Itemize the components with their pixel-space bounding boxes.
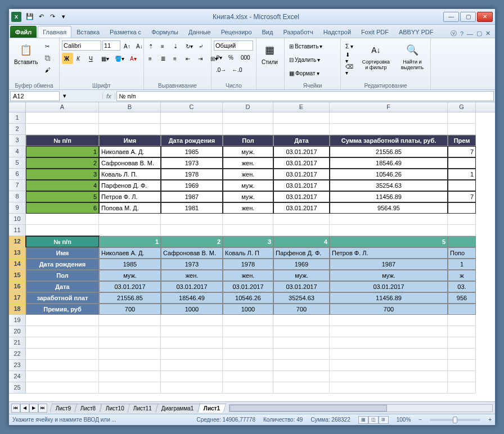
- row-header[interactable]: 2: [9, 124, 26, 135]
- fill-button[interactable]: ⬇ ▾: [343, 52, 356, 64]
- cell[interactable]: [330, 112, 448, 124]
- cell[interactable]: [273, 112, 330, 124]
- font-color-button[interactable]: A▾: [128, 53, 139, 64]
- zoom-in-button[interactable]: +: [488, 417, 492, 423]
- row-header[interactable]: 1: [9, 112, 26, 124]
- first-sheet-button[interactable]: ⏮: [11, 404, 20, 413]
- cell[interactable]: Дата рождения: [161, 135, 223, 146]
- cell[interactable]: 9564.95: [330, 202, 448, 214]
- cell[interactable]: жен.: [223, 202, 273, 214]
- cell[interactable]: [273, 214, 330, 225]
- cell[interactable]: [330, 337, 448, 349]
- format-cells-button[interactable]: ▦ Формат ▾: [287, 67, 322, 79]
- cell[interactable]: Парфенов Д. Ф.: [99, 180, 161, 191]
- cell[interactable]: [448, 112, 476, 124]
- cell[interactable]: Имя: [26, 247, 99, 259]
- cell[interactable]: 18546.49: [161, 292, 223, 304]
- zoom-out-button[interactable]: −: [418, 417, 422, 423]
- row-header[interactable]: 5: [9, 157, 26, 169]
- cell[interactable]: [26, 214, 99, 225]
- cut-button[interactable]: ✂: [43, 40, 54, 52]
- percent-icon[interactable]: %: [226, 52, 237, 63]
- cell[interactable]: [161, 382, 223, 394]
- column-header-G[interactable]: G: [448, 102, 476, 112]
- fill-color-button[interactable]: 🪣▾: [112, 53, 127, 64]
- cell[interactable]: 10546.26: [223, 292, 273, 304]
- cell[interactable]: [330, 349, 448, 360]
- autosum-button[interactable]: Σ ▾: [343, 40, 356, 52]
- page-layout-view-button[interactable]: ◫: [368, 416, 379, 424]
- cell[interactable]: 700: [273, 304, 330, 315]
- currency-icon[interactable]: ₽▾: [214, 52, 225, 63]
- tab-view[interactable]: Вид: [257, 26, 278, 38]
- row-header[interactable]: 4: [9, 146, 26, 157]
- cell[interactable]: [161, 315, 223, 326]
- cell[interactable]: [273, 315, 330, 326]
- cell[interactable]: Премия, руб: [26, 304, 99, 315]
- tab-formulas[interactable]: Формулы: [146, 26, 183, 38]
- cell[interactable]: [99, 214, 161, 225]
- cell[interactable]: 1973: [161, 259, 223, 270]
- align-center-icon[interactable]: ≣: [159, 53, 170, 64]
- select-all-corner[interactable]: [9, 102, 26, 112]
- zoom-slider[interactable]: [430, 419, 480, 421]
- cell[interactable]: [330, 382, 448, 394]
- row-header[interactable]: 22: [9, 349, 26, 360]
- cell[interactable]: [223, 326, 273, 337]
- row-header[interactable]: 7: [9, 180, 26, 191]
- cell[interactable]: Пол: [26, 270, 99, 281]
- last-sheet-button[interactable]: ⏭: [38, 404, 47, 413]
- cell[interactable]: [26, 124, 99, 135]
- cell[interactable]: [26, 349, 99, 360]
- cell[interactable]: 03.01.2017: [273, 202, 330, 214]
- cell[interactable]: [448, 360, 476, 371]
- sheet-tab[interactable]: Лист9: [50, 404, 78, 413]
- cell[interactable]: [223, 214, 273, 225]
- font-size-select[interactable]: [102, 40, 120, 51]
- tab-abbyy[interactable]: ABBYY PDF: [394, 26, 439, 38]
- row-header[interactable]: 16: [9, 281, 26, 292]
- cell[interactable]: [330, 124, 448, 135]
- row-header[interactable]: 12: [9, 236, 26, 247]
- tab-file[interactable]: Файл: [10, 26, 37, 38]
- delete-cells-button[interactable]: ⊟ Удалить ▾: [287, 54, 322, 65]
- underline-button[interactable]: Ч: [87, 53, 98, 64]
- cell[interactable]: [448, 202, 476, 214]
- styles-button[interactable]: ▦ Стили: [259, 40, 281, 67]
- cell[interactable]: [223, 112, 273, 124]
- cell[interactable]: [99, 124, 161, 135]
- row-header[interactable]: 10: [9, 214, 26, 225]
- column-header-A[interactable]: A: [26, 102, 99, 112]
- cell[interactable]: [273, 382, 330, 394]
- horizontal-scrollbar[interactable]: [229, 404, 493, 412]
- row-header[interactable]: 25: [9, 382, 26, 394]
- help-icon[interactable]: ?: [460, 30, 464, 37]
- cell[interactable]: Попо: [448, 247, 476, 259]
- cell[interactable]: [99, 225, 161, 236]
- cell[interactable]: [330, 326, 448, 337]
- cell[interactable]: 10546.26: [330, 169, 448, 180]
- sheet-tab[interactable]: Лист11: [127, 404, 158, 413]
- spreadsheet-grid[interactable]: ABCDEFG 123№ п/пИмяДата рожденияПолДатаС…: [9, 102, 495, 401]
- cell[interactable]: 18546.49: [330, 157, 448, 169]
- cell[interactable]: 1985: [161, 146, 223, 157]
- cell[interactable]: [26, 382, 99, 394]
- maximize-button[interactable]: ▢: [460, 12, 476, 22]
- cell[interactable]: [99, 326, 161, 337]
- cell[interactable]: [448, 349, 476, 360]
- row-header[interactable]: 18: [9, 304, 26, 315]
- cell[interactable]: 700: [99, 304, 161, 315]
- cell[interactable]: Парфенов Д. Ф.: [273, 247, 330, 259]
- cell[interactable]: муж.: [273, 270, 330, 281]
- indent-decrease-icon[interactable]: ⇤: [183, 53, 195, 64]
- cell[interactable]: 03.01.2017: [161, 281, 223, 292]
- cell[interactable]: муж.: [223, 180, 273, 191]
- cell[interactable]: 1: [99, 236, 161, 247]
- cell[interactable]: [161, 337, 223, 349]
- cell[interactable]: Петров Ф. Л.: [330, 247, 448, 259]
- prev-sheet-button[interactable]: ◀: [20, 404, 29, 413]
- doc-close-icon[interactable]: ✕: [485, 30, 490, 37]
- tab-data[interactable]: Данные: [183, 26, 216, 38]
- cell[interactable]: 1978: [161, 169, 223, 180]
- zoom-level[interactable]: 100%: [397, 417, 411, 423]
